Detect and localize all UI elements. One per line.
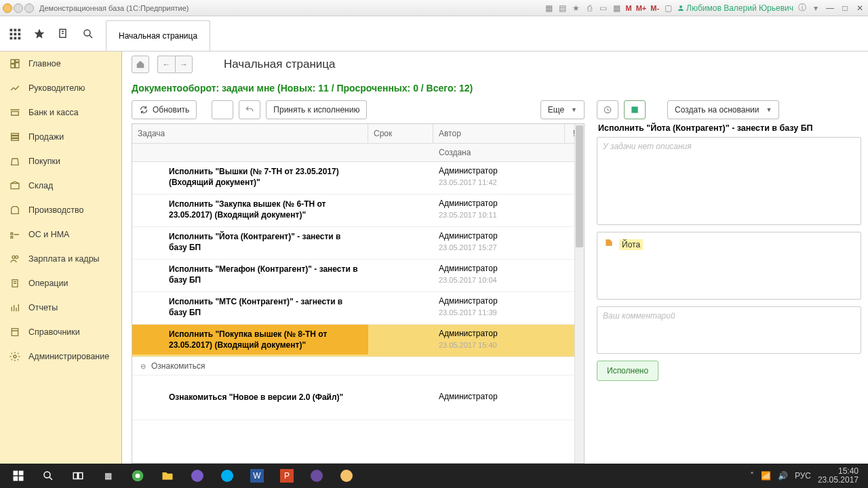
task-row[interactable]: Исполнить "Закупка вышек (№ 6-ТН от 23.0…	[132, 195, 584, 227]
info-icon[interactable]: ⓘ	[797, 3, 807, 13]
user-label[interactable]: Любимов Валерий Юрьевич	[677, 3, 793, 13]
doc-flow-status: Документооборот: задачи мне (Новых: 11 /…	[132, 83, 861, 94]
calc-icon[interactable]: ▭	[599, 3, 608, 13]
tray-volume-icon[interactable]: 🔊	[778, 471, 788, 481]
comment-input[interactable]: Ваш комментарий	[597, 306, 861, 354]
nav-fwd-icon[interactable]	[24, 3, 34, 13]
col-due[interactable]: Срок	[368, 124, 433, 144]
app-icon	[3, 3, 12, 13]
tray-network-icon[interactable]: 📶	[761, 471, 771, 481]
tray-up-icon[interactable]: ˄	[750, 471, 754, 481]
minimize-button[interactable]: —	[825, 3, 835, 13]
app-1[interactable]	[183, 466, 212, 486]
forward-button[interactable]: →	[175, 56, 193, 73]
task-row[interactable]: Исполнить "Вышки (№ 7-ТН от 23.05.2017) …	[132, 162, 584, 195]
chrome-app[interactable]	[123, 466, 152, 486]
sidebar-item-3[interactable]: Продажи	[0, 125, 121, 149]
forward-task-button[interactable]	[212, 100, 233, 119]
task-row[interactable]: Исполнить "МТС (Контрагент)" - загнести …	[132, 292, 584, 325]
calc-app[interactable]: ▦	[94, 466, 122, 486]
task-view[interactable]	[64, 466, 92, 486]
more-button[interactable]: Еще▼	[540, 100, 585, 119]
history-button[interactable]	[53, 23, 75, 45]
col-author[interactable]: Автор	[433, 124, 565, 144]
panel-icon[interactable]: ▤	[558, 3, 568, 13]
sidebar-item-9[interactable]: Операции	[0, 271, 121, 296]
export-task-button[interactable]	[624, 100, 646, 119]
start-button[interactable]	[4, 466, 33, 486]
sidebar-item-12[interactable]: Администрирование	[0, 344, 121, 369]
col-created[interactable]: Создана	[433, 144, 565, 162]
nav-back-icon[interactable]	[14, 3, 23, 13]
mminus-button[interactable]: M-	[650, 4, 659, 12]
attachment-link[interactable]: Йота	[619, 239, 643, 250]
sidebar-icon	[9, 131, 20, 142]
window-icon[interactable]: ▢	[663, 3, 673, 13]
col-task[interactable]: Задача	[132, 124, 368, 144]
dropdown-icon[interactable]: ▾	[811, 3, 821, 13]
sidebar-item-11[interactable]: Справочники	[0, 320, 121, 344]
search-button[interactable]	[77, 23, 99, 45]
page-title: Начальная страница	[224, 58, 336, 71]
apps-button[interactable]	[4, 23, 26, 45]
sidebar-icon	[9, 83, 20, 94]
grid2-icon[interactable]: ▦	[612, 3, 622, 13]
sidebar-icon	[9, 58, 20, 69]
skype-app[interactable]	[213, 466, 241, 486]
sidebar-item-5[interactable]: Склад	[0, 174, 121, 198]
sidebar-item-7[interactable]: ОС и НМА	[0, 222, 121, 247]
refresh-button[interactable]: Обновить	[132, 100, 197, 119]
sidebar-icon	[9, 253, 20, 264]
sidebar-item-10[interactable]: Отчеты	[0, 296, 121, 320]
svg-rect-16	[631, 106, 637, 113]
svg-point-25	[136, 474, 140, 479]
sidebar: ГлавноеРуководителюБанк и кассаПродажиПо…	[0, 52, 122, 464]
sidebar-item-2[interactable]: Банк и касса	[0, 100, 121, 125]
1c-app[interactable]	[332, 466, 361, 486]
task-row[interactable]: Ознакомиться "Новое в версии 2.0 (Файл)"…	[132, 388, 584, 420]
app-2[interactable]	[302, 466, 331, 486]
home-button[interactable]	[132, 56, 149, 73]
open-task-button[interactable]	[597, 100, 618, 119]
sidebar-item-6[interactable]: Производство	[0, 198, 121, 222]
svg-rect-7	[10, 37, 13, 39]
attachment-icon	[603, 237, 615, 249]
table-scrollbar[interactable]	[574, 124, 584, 463]
star-icon[interactable]: ★	[572, 3, 581, 13]
m-button[interactable]: M	[626, 4, 632, 12]
tray-lang[interactable]: РУС	[795, 471, 811, 481]
reply-task-button[interactable]	[239, 100, 260, 119]
task-row[interactable]: Исполнить "Йота (Контрагент)" - занести …	[132, 227, 584, 260]
task-row[interactable]: Исполнить "Покупка вышек (№ 8-ТН от 23.0…	[132, 325, 584, 357]
tray-clock[interactable]: 15:4023.05.2017	[818, 467, 859, 485]
accept-button[interactable]: Принять к исполнению	[266, 100, 367, 119]
svg-rect-5	[14, 33, 17, 35]
sidebar-item-4[interactable]: Покупки	[0, 149, 121, 174]
svg-text:W: W	[253, 471, 261, 481]
sidebar-item-8[interactable]: Зарплата и кадры	[0, 247, 121, 271]
powerpoint-app[interactable]: P	[273, 466, 301, 486]
create-based-button[interactable]: Создать на основании▼	[667, 100, 779, 119]
sidebar-item-0[interactable]: Главное	[0, 52, 121, 76]
sidebar-icon	[9, 302, 20, 313]
search-taskbar[interactable]	[34, 466, 62, 486]
system-tray[interactable]: ˄ 📶 🔊 РУС 15:4023.05.2017	[750, 467, 864, 485]
done-button[interactable]: Исполнено	[597, 361, 658, 381]
tab-home[interactable]: Начальная страница	[106, 20, 210, 51]
svg-rect-6	[18, 33, 21, 35]
sidebar-icon	[9, 156, 20, 167]
task-row[interactable]: Исполнить "Мегафон (Контрагент)" - занес…	[132, 260, 584, 292]
mplus-button[interactable]: M+	[636, 4, 647, 12]
sidebar-item-1[interactable]: Руководителю	[0, 76, 121, 100]
grid-icon[interactable]: ▦	[545, 3, 554, 13]
word-app[interactable]: W	[243, 466, 271, 486]
explorer-app[interactable]	[153, 466, 182, 486]
task-group[interactable]: ⊖Ознакомиться	[132, 357, 584, 375]
bookmark-icon[interactable]: ⎙	[585, 3, 595, 13]
svg-rect-17	[14, 471, 18, 476]
svg-text:P: P	[284, 471, 290, 481]
close-button[interactable]: ✕	[854, 3, 865, 13]
back-button[interactable]: ←	[157, 56, 175, 73]
favorites-button[interactable]	[28, 23, 50, 45]
maximize-button[interactable]: □	[840, 3, 850, 13]
